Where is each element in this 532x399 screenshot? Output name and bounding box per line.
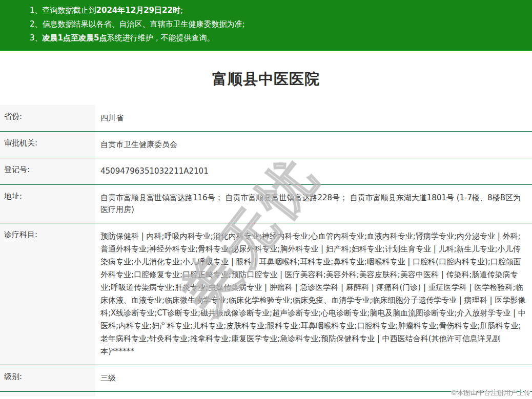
uploader-credit-watermark: ©本图由平台注册用户上传 <box>451 388 530 397</box>
row-level-value: 三级 <box>95 365 532 391</box>
row-province-label: 省份: <box>0 105 95 131</box>
notice-line-1-bold: 2024年12月29日22时 <box>96 6 180 15</box>
notice-line-3-bold: 凌晨1点至凌晨5点 <box>43 33 107 43</box>
row-address-label: 地址: <box>0 185 95 223</box>
row-clinical-departments-value: 预防保健科 | 内科;呼吸内科专业;消化内科专业;神经内科专业;心血管内科专业;… <box>95 223 532 365</box>
notice-line-1-text: 查询数据截止到 <box>43 6 96 15</box>
notice-line-2: 2、信息数据结果以各省、自治区、直辖市卫生健康委数据为准; <box>30 17 527 31</box>
row-address-value: 自贡市富顺县富世镇富达路116号； 自贡市富顺县富世镇富达路228号； 自贡市富… <box>95 185 532 223</box>
row-address: 地址: 自贡市富顺县富世镇富达路116号； 自贡市富顺县富世镇富达路228号； … <box>0 185 532 223</box>
notice-banner: 1、查询数据截止到2024年12月29日22时; 2、信息数据结果以各省、自治区… <box>0 0 532 51</box>
row-approval-authority-label: 审批机关: <box>0 132 95 158</box>
row-clinical-departments-label: 诊疗科目: <box>0 223 95 365</box>
row-province-value: 四川省 <box>95 105 532 131</box>
row-registration-number: 登记号: 45094796351032211A2101 <box>0 158 532 185</box>
row-partial-label <box>0 392 95 396</box>
notice-line-1-post: ; <box>180 6 183 15</box>
hospital-query-result-page: 1、查询数据截止到2024年12月29日22时; 2、信息数据结果以各省、自治区… <box>0 0 532 399</box>
row-registration-number-value: 45094796351032211A2101 <box>95 158 532 184</box>
notice-line-2-num: 2、 <box>30 19 43 29</box>
notice-line-3-post: 系统进行维护，不能提供查询。 <box>107 33 214 43</box>
row-province: 省份: 四川省 <box>0 105 532 132</box>
notice-line-3: 3、凌晨1点至凌晨5点系统进行维护，不能提供查询。 <box>30 31 527 45</box>
notice-line-2-text: 信息数据结果以各省、自治区、直辖市卫生健康委数据为准; <box>43 19 245 29</box>
hospital-info-table: 省份: 四川省 审批机关: 自贡市卫生健康委员会 登记号: 4509479635… <box>0 105 532 396</box>
notice-line-1-num: 1、 <box>30 6 43 15</box>
notice-line-3-num: 3、 <box>30 33 43 43</box>
notice-line-1: 1、查询数据截止到2024年12月29日22时; <box>30 4 527 17</box>
row-approval-authority: 审批机关: 自贡市卫生健康委员会 <box>0 132 532 158</box>
row-clinical-departments: 诊疗科目: 预防保健科 | 内科;呼吸内科专业;消化内科专业;神经内科专业;心血… <box>0 223 532 365</box>
page-title: 富顺县中医医院 <box>0 51 532 105</box>
row-level-label: 级别: <box>0 365 95 391</box>
row-registration-number-label: 登记号: <box>0 158 95 184</box>
row-approval-authority-value: 自贡市卫生健康委员会 <box>95 132 532 158</box>
